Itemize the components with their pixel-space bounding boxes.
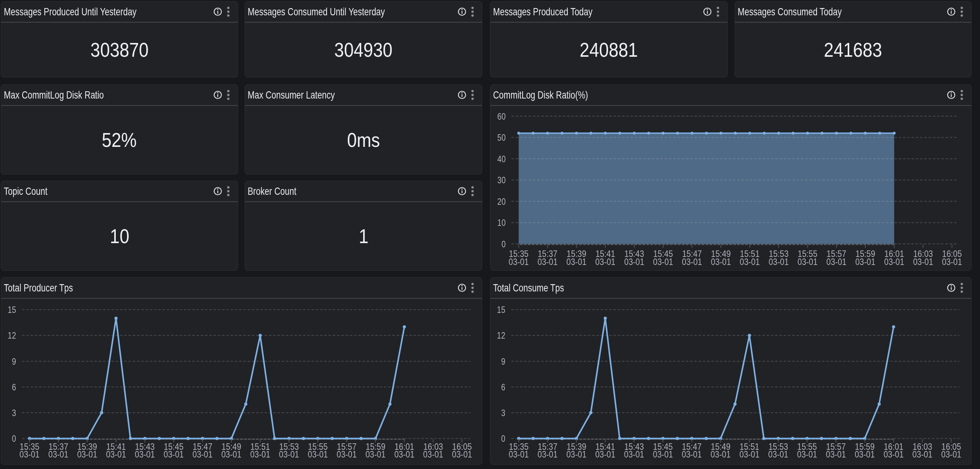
svg-text:9: 9	[501, 356, 505, 367]
svg-text:03-01: 03-01	[250, 449, 270, 459]
svg-text:03-01: 03-01	[538, 257, 557, 267]
svg-text:03-01: 03-01	[624, 449, 644, 459]
svg-text:03-01: 03-01	[20, 449, 39, 459]
svg-text:03-01: 03-01	[308, 449, 328, 459]
svg-text:03-01: 03-01	[509, 449, 529, 459]
svg-text:03-01: 03-01	[826, 449, 846, 459]
svg-text:9: 9	[12, 356, 16, 367]
svg-text:03-01: 03-01	[595, 449, 615, 459]
svg-text:03-01: 03-01	[769, 257, 789, 267]
svg-text:03-01: 03-01	[941, 449, 961, 459]
svg-text:03-01: 03-01	[279, 449, 299, 459]
svg-text:15: 15	[497, 304, 505, 315]
svg-text:03-01: 03-01	[192, 449, 212, 459]
svg-text:0: 0	[502, 239, 506, 249]
svg-text:03-01: 03-01	[855, 449, 875, 459]
svg-text:03-01: 03-01	[135, 449, 155, 459]
svg-text:03-01: 03-01	[365, 449, 385, 459]
svg-text:03-01: 03-01	[423, 449, 443, 459]
svg-text:03-01: 03-01	[566, 257, 586, 267]
svg-text:03-01: 03-01	[739, 449, 759, 459]
svg-text:30: 30	[497, 175, 506, 185]
svg-text:03-01: 03-01	[653, 449, 673, 459]
svg-text:6: 6	[12, 382, 16, 392]
svg-text:03-01: 03-01	[221, 449, 241, 459]
svg-text:20: 20	[497, 196, 506, 207]
svg-text:03-01: 03-01	[337, 449, 357, 459]
svg-text:3: 3	[12, 408, 16, 418]
svg-text:40: 40	[497, 154, 506, 164]
svg-text:03-01: 03-01	[106, 449, 126, 459]
svg-text:03-01: 03-01	[452, 449, 472, 459]
svg-text:03-01: 03-01	[740, 257, 760, 267]
svg-text:03-01: 03-01	[394, 449, 414, 459]
svg-text:03-01: 03-01	[682, 257, 702, 267]
svg-text:03-01: 03-01	[566, 449, 586, 459]
svg-text:15: 15	[8, 304, 16, 315]
svg-text:60: 60	[497, 111, 506, 122]
svg-text:03-01: 03-01	[797, 449, 817, 459]
svg-text:50: 50	[497, 132, 506, 143]
svg-text:03-01: 03-01	[711, 257, 731, 267]
svg-text:03-01: 03-01	[797, 257, 817, 267]
svg-text:03-01: 03-01	[768, 449, 788, 459]
svg-text:0: 0	[12, 433, 16, 444]
svg-text:03-01: 03-01	[913, 449, 932, 459]
svg-text:03-01: 03-01	[913, 257, 933, 267]
svg-text:3: 3	[501, 408, 505, 418]
svg-text:03-01: 03-01	[164, 449, 184, 459]
svg-text:0: 0	[501, 433, 505, 444]
svg-text:03-01: 03-01	[538, 449, 557, 459]
svg-text:03-01: 03-01	[624, 257, 644, 267]
svg-text:03-01: 03-01	[942, 257, 962, 267]
svg-text:03-01: 03-01	[883, 449, 903, 459]
svg-text:03-01: 03-01	[855, 257, 875, 267]
svg-text:12: 12	[497, 330, 505, 341]
svg-text:12: 12	[8, 330, 16, 341]
svg-text:10: 10	[497, 217, 506, 228]
svg-text:03-01: 03-01	[509, 257, 529, 267]
svg-text:03-01: 03-01	[826, 257, 846, 267]
svg-text:03-01: 03-01	[48, 449, 68, 459]
svg-text:03-01: 03-01	[682, 449, 702, 459]
svg-text:03-01: 03-01	[710, 449, 730, 459]
svg-text:03-01: 03-01	[884, 257, 904, 267]
svg-text:6: 6	[501, 382, 505, 392]
svg-text:03-01: 03-01	[653, 257, 673, 267]
svg-text:03-01: 03-01	[77, 449, 97, 459]
svg-text:03-01: 03-01	[595, 257, 615, 267]
